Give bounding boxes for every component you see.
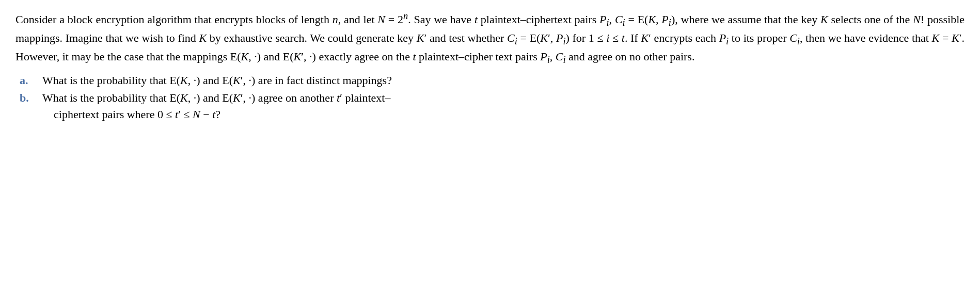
content-block: Consider a block encryption algorithm th… <box>15 9 965 123</box>
part-b: b. What is the probability that E(K, ·) … <box>15 90 965 123</box>
part-b-label: b. <box>15 90 42 106</box>
part-a-text: What is the probability that E(K, ·) and… <box>42 72 965 89</box>
main-paragraph: Consider a block encryption algorithm th… <box>15 9 965 67</box>
part-a: a. What is the probability that E(K, ·) … <box>15 72 965 89</box>
part-a-label: a. <box>15 72 42 89</box>
parts-list: a. What is the probability that E(K, ·) … <box>15 72 965 123</box>
part-b-text: What is the probability that E(K, ·) and… <box>42 90 965 123</box>
